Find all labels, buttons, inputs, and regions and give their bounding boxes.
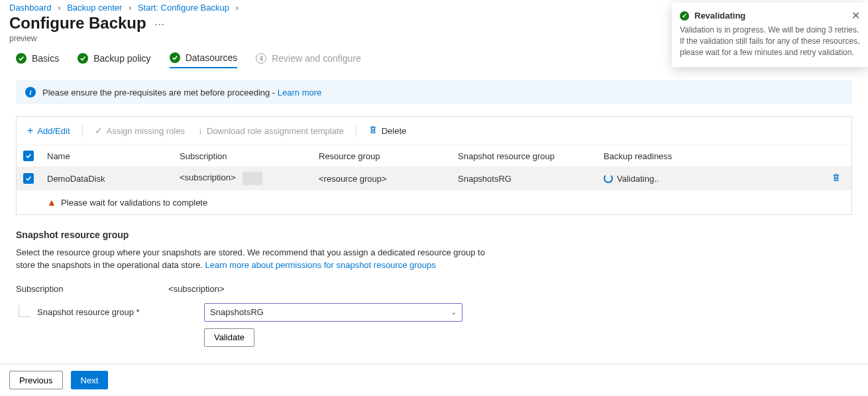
learn-more-permissions-link[interactable]: Learn more about permissions for snapsho…: [205, 260, 435, 270]
chevron-down-icon: ⌄: [451, 308, 457, 316]
plus-icon: [27, 125, 33, 137]
check-icon: [170, 52, 180, 63]
readiness-status: Validating..: [604, 174, 818, 184]
separator: [82, 125, 83, 137]
notification-toast: ✓ Revalidating ✕ Validation is in progre…: [672, 3, 868, 67]
next-button[interactable]: Next: [71, 371, 109, 389]
toolbar: Add/Edit Assign missing roles Download r…: [17, 117, 851, 145]
datasources-table: Name Subscription Resource group Snapsho…: [17, 145, 851, 214]
cell-subscription: <subscription>: [173, 166, 312, 190]
info-banner: i Please ensure the pre-requisites are m…: [16, 80, 852, 104]
check-icon: [95, 125, 103, 136]
col-name: Name: [40, 145, 173, 167]
check-icon: [78, 53, 88, 64]
table-row[interactable]: DemoDataDisk <subscription> <resource gr…: [17, 166, 851, 190]
step-number-icon: 4: [256, 53, 266, 64]
readiness-text: Validating..: [617, 174, 659, 184]
validate-button[interactable]: Validate: [204, 328, 254, 347]
button-label: Delete: [382, 126, 407, 136]
row-delete-button[interactable]: [825, 166, 851, 190]
chevron-right-icon: ›: [232, 3, 243, 13]
snapshot-rg-select[interactable]: SnapshotsRG ⌄: [204, 303, 462, 322]
col-snapshot-rg: Snapshot resource group: [451, 145, 597, 167]
col-resource-group: Resource group: [312, 145, 451, 167]
step-label: Datasources: [186, 52, 238, 63]
trash-icon: [832, 173, 841, 182]
check-icon: [16, 53, 27, 64]
wizard-footer: Previous Next: [0, 363, 868, 396]
button-label: Assign missing roles: [107, 126, 186, 136]
row-checkbox[interactable]: [23, 173, 34, 184]
toast-title: Revalidating: [694, 11, 745, 21]
add-edit-button[interactable]: Add/Edit: [22, 122, 76, 139]
step-review: 4 Review and configure: [256, 52, 361, 68]
cell-name: DemoDataDisk: [40, 166, 173, 190]
subscription-label: Subscription: [16, 284, 168, 294]
col-readiness: Backup readiness: [597, 145, 825, 167]
warning-icon: ▲: [47, 197, 56, 208]
subscription-value: <subscription>: [168, 284, 225, 294]
separator: [356, 125, 356, 137]
chevron-right-icon: ›: [54, 3, 64, 13]
step-datasources[interactable]: Datasources: [170, 52, 238, 68]
cell-resource-group: <resource group>: [312, 166, 451, 190]
more-actions-icon[interactable]: …: [154, 16, 165, 31]
spinner-icon: [604, 174, 613, 183]
chevron-right-icon: ›: [125, 3, 135, 13]
redacted-block: [243, 172, 262, 185]
trash-icon: [368, 125, 378, 137]
validation-warning-row: ▲ Please wait for validations to complet…: [17, 190, 851, 214]
assign-roles-button: Assign missing roles: [89, 123, 191, 139]
toast-body: Validation is in progress. We will be do…: [680, 25, 860, 58]
tree-connector: [19, 305, 30, 317]
download-icon: [198, 125, 203, 136]
button-label: Add/Edit: [37, 126, 70, 136]
learn-more-link[interactable]: Learn more: [278, 88, 321, 98]
warning-text: Please wait for validations to complete: [61, 198, 207, 208]
step-label: Basics: [32, 53, 59, 64]
snapshot-rg-label: Snapshot resource group *: [37, 307, 140, 317]
step-label: Backup policy: [93, 53, 150, 64]
snapshot-rg-description: Select the resource group where your sna…: [16, 247, 493, 272]
snapshot-rg-heading: Snapshot resource group: [16, 230, 852, 240]
breadcrumb-link[interactable]: Start: Configure Backup: [138, 3, 229, 13]
breadcrumb-link[interactable]: Dashboard: [9, 3, 52, 13]
breadcrumb-link[interactable]: Backup center: [67, 3, 122, 13]
col-subscription: Subscription: [173, 145, 312, 167]
info-text: Please ensure the pre-requisites are met…: [42, 88, 278, 98]
delete-button[interactable]: Delete: [363, 123, 412, 139]
step-basics[interactable]: Basics: [16, 52, 59, 68]
datasources-card: Add/Edit Assign missing roles Download r…: [16, 116, 852, 215]
close-icon[interactable]: ✕: [851, 9, 860, 22]
success-icon: ✓: [680, 11, 689, 21]
step-label: Review and configure: [272, 53, 361, 64]
page-title: Configure Backup: [9, 14, 146, 33]
select-all-checkbox[interactable]: [23, 151, 34, 161]
button-label: Download role assignment template: [207, 126, 344, 136]
select-value: SnapshotsRG: [210, 307, 264, 317]
cell-snapshot-rg: SnapshotsRG: [451, 166, 597, 190]
step-backup-policy[interactable]: Backup policy: [78, 52, 150, 68]
previous-button[interactable]: Previous: [9, 371, 63, 389]
info-icon: i: [25, 87, 36, 98]
download-template-button: Download role assignment template: [193, 123, 349, 139]
